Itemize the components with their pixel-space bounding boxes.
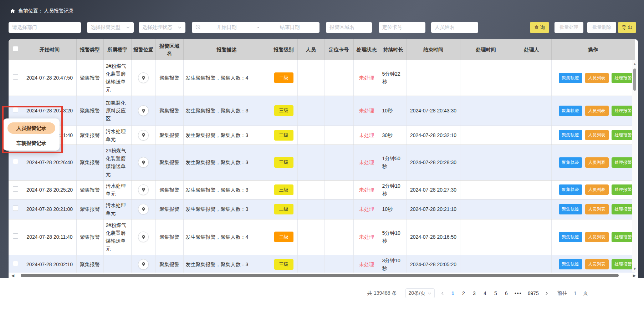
handle-alarm-button[interactable]: 处理报警: [612, 130, 633, 140]
cluster-track-button[interactable]: 聚集轨迹: [559, 73, 582, 83]
person-name-input[interactable]: 人员姓名: [431, 22, 478, 33]
handle-time-cell: [460, 255, 512, 274]
alarm-position-cell: [131, 145, 155, 180]
row-checkbox[interactable]: [13, 233, 18, 239]
handle-alarm-button[interactable]: 处理报警: [612, 106, 633, 116]
handle-alarm-button[interactable]: 处理报警: [612, 184, 633, 195]
next-page-button[interactable]: [544, 291, 550, 295]
query-button[interactable]: 查 询: [530, 22, 549, 33]
handle-status-select[interactable]: 选择处理状态: [139, 22, 185, 33]
last-page-number[interactable]: 6975: [528, 290, 539, 296]
person-list-button[interactable]: 人员列表: [585, 184, 609, 195]
handler-cell: [512, 145, 551, 180]
alarm-type-select[interactable]: 选择报警类型: [87, 22, 134, 33]
card-no-placeholder: 定位卡号: [382, 24, 422, 31]
handle-alarm-button[interactable]: 处理报警: [612, 73, 633, 83]
person-list-button[interactable]: 人员列表: [585, 106, 609, 116]
row-checkbox[interactable]: [13, 206, 18, 211]
location-pin-icon[interactable]: [138, 204, 149, 214]
scroll-down-icon[interactable]: ▼: [632, 266, 637, 271]
page-number[interactable]: 4: [482, 290, 487, 296]
select-all-checkbox[interactable]: [13, 46, 18, 51]
handle-alarm-button[interactable]: 处理报警: [612, 232, 633, 242]
page-number[interactable]: 1: [450, 290, 455, 296]
person-cell: [297, 60, 324, 96]
location-pin-icon[interactable]: [138, 232, 149, 242]
table-row: 2024-07-28 20:26:40聚集报警2#粉煤气化装置磨煤输送单元聚集报…: [9, 145, 635, 180]
popup-item-person-alarm-records[interactable]: 人员报警记录: [7, 122, 55, 134]
scroll-right-icon[interactable]: ▶: [632, 273, 637, 278]
cluster-track-button[interactable]: 聚集轨迹: [559, 157, 582, 168]
cluster-track-button[interactable]: 聚集轨迹: [559, 130, 582, 140]
horizontal-scroll-thumb[interactable]: [21, 274, 619, 277]
row-checkbox[interactable]: [13, 261, 18, 266]
status-cell: 未处理: [353, 180, 380, 199]
end-date-placeholder[interactable]: 结束日期: [264, 24, 316, 31]
location-pin-icon[interactable]: [138, 105, 149, 116]
page-number[interactable]: 3: [472, 290, 477, 296]
vertical-scroll-thumb[interactable]: [633, 69, 636, 91]
vertical-scrollbar[interactable]: ▲ ▼: [632, 60, 637, 272]
row-checkbox[interactable]: [13, 107, 18, 112]
page-size-select[interactable]: 20条/页: [405, 288, 435, 298]
goto-page-input[interactable]: 1: [570, 290, 580, 296]
footer: 共 139488 条 20条/页 123456•••6975 前往 1 页: [0, 278, 644, 309]
handle-alarm-button[interactable]: 处理报警: [612, 259, 633, 269]
department-select[interactable]: 请选择部门: [9, 22, 81, 33]
cluster-track-button[interactable]: 聚集轨迹: [559, 204, 582, 214]
person-list-button[interactable]: 人员列表: [585, 157, 609, 168]
export-button[interactable]: 导 出: [618, 22, 636, 33]
page-size-label: 20条/页: [409, 290, 425, 297]
handler-cell: [512, 96, 551, 126]
row-checkbox[interactable]: [13, 74, 18, 80]
person-list-button[interactable]: 人员列表: [585, 204, 609, 214]
card-no-input[interactable]: 定位卡号: [379, 22, 425, 33]
row-checkbox[interactable]: [13, 186, 18, 192]
batch-delete-button[interactable]: 批量删除: [587, 22, 616, 33]
alarm-type-cell: 聚集报警: [76, 219, 103, 255]
handler-cell: [512, 60, 551, 96]
person-list-button[interactable]: 人员列表: [585, 73, 609, 83]
alarm-level-cell: 三级: [270, 96, 297, 126]
batch-process-button[interactable]: 批量处理: [554, 22, 583, 33]
alarm-level-cell: 三级: [270, 199, 297, 219]
scroll-up-icon[interactable]: ▲: [632, 61, 637, 66]
cluster-track-button[interactable]: 聚集轨迹: [559, 184, 582, 195]
page-ellipsis[interactable]: •••: [515, 290, 522, 296]
prev-page-button[interactable]: [440, 291, 445, 295]
page-number[interactable]: 6: [504, 290, 509, 296]
person-list-button[interactable]: 人员列表: [585, 259, 609, 269]
alarm-area-input[interactable]: 报警区域名: [326, 22, 372, 33]
description-cell: 发生聚集报警，聚集人数：3: [183, 199, 270, 219]
card-no-cell: [324, 96, 353, 126]
cluster-track-button[interactable]: 聚集轨迹: [559, 232, 582, 242]
row-checkbox[interactable]: [13, 159, 18, 164]
level-badge: 二级: [274, 72, 293, 83]
person-list-button[interactable]: 人员列表: [585, 130, 609, 140]
scroll-left-icon[interactable]: ◀: [10, 273, 16, 278]
handle-alarm-button[interactable]: 处理报警: [612, 157, 633, 168]
location-pin-icon[interactable]: [138, 184, 149, 195]
location-pin-icon[interactable]: [138, 259, 149, 270]
popup-item-vehicle-alarm-records[interactable]: 车辆报警记录: [7, 137, 55, 149]
date-range-picker[interactable]: 开始日期 - 结束日期: [192, 22, 320, 33]
page-number[interactable]: 5: [493, 290, 498, 296]
location-pin-icon[interactable]: [138, 130, 149, 141]
start-date-placeholder[interactable]: 开始日期: [200, 24, 253, 31]
person-list-button[interactable]: 人员列表: [585, 232, 609, 242]
cluster-track-button[interactable]: 聚集轨迹: [559, 259, 582, 269]
column-header: 处理状态: [353, 39, 380, 60]
cluster-track-button[interactable]: 聚集轨迹: [559, 106, 582, 116]
page-number[interactable]: 2: [461, 290, 466, 296]
column-header: 操作: [551, 39, 635, 60]
date-separator: -: [253, 25, 264, 30]
alarm-type-cell: 聚集报警: [76, 126, 103, 145]
handle-alarm-button[interactable]: 处理报警: [612, 204, 633, 214]
horizontal-scrollbar[interactable]: ◀ ▶: [9, 273, 638, 278]
home-icon: [10, 9, 15, 14]
alarm-type-cell: 聚集报警: [76, 96, 103, 126]
person-cell: [297, 199, 324, 219]
location-pin-icon[interactable]: [138, 72, 149, 83]
location-pin-icon[interactable]: [138, 157, 149, 168]
actions-cell: 聚集轨迹人员列表处理报警: [551, 199, 635, 219]
